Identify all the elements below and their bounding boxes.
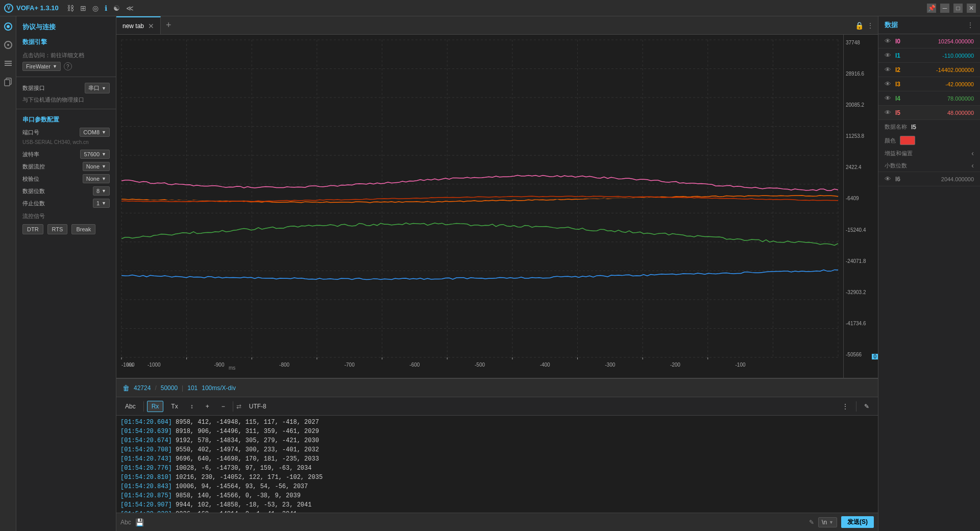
decimal-row: 小数位数 ‹ [878, 159, 980, 172]
trash-icon[interactable]: 🗑 [122, 384, 130, 392]
baud-select[interactable]: 57600 ▼ [80, 150, 110, 159]
color-label: 颜色 [885, 137, 896, 144]
data-icon[interactable] [2, 39, 14, 51]
data-name-label: 数据名称 [885, 123, 907, 131]
clear-button[interactable]: ✎ [860, 401, 874, 412]
channel-i2-eye[interactable]: 👁 [885, 66, 891, 74]
newline-label: \n [822, 519, 827, 526]
channel-i4-value: 78.000000 [947, 95, 974, 102]
channel-i5-eye[interactable]: 👁 [885, 109, 891, 116]
connect-icon[interactable] [2, 20, 14, 33]
svg-point-3 [7, 44, 9, 46]
serial-line: [01:54:20.639] 8918, 906, -14496, 311, 3… [120, 427, 874, 436]
target-icon[interactable]: ◎ [92, 4, 99, 12]
dtr-button[interactable]: DTR [22, 224, 43, 234]
protocol-label: FireWater [26, 63, 51, 69]
protocol-select[interactable]: FireWater ▼ [22, 62, 61, 71]
help-button[interactable]: ? [64, 62, 72, 70]
decimal-collapse-button[interactable]: ‹ [971, 161, 974, 170]
y-label: -50566 [846, 352, 876, 357]
parity-select[interactable]: None ▼ [83, 174, 110, 183]
abc-button[interactable]: Abc [120, 401, 140, 412]
info-icon[interactable]: ℹ [105, 4, 107, 12]
grid-icon[interactable]: ⊞ [80, 4, 86, 12]
y-label: 37748 [846, 40, 876, 45]
channel-i1-name: I1 [895, 52, 900, 59]
channel-i0-name: I0 [895, 38, 900, 45]
add-button[interactable]: + [201, 401, 214, 412]
serial-footer: Abc 💾 ✎ \n ▼ 发送(S) [116, 513, 878, 531]
pin-button[interactable]: 📌 [927, 4, 936, 13]
baud-value-group: 57600 ▼ [80, 150, 110, 159]
channel-i5-name: I5 [895, 109, 900, 116]
tab-close-button[interactable]: ✕ [148, 22, 154, 30]
tab-actions: 🔒 ⋮ [855, 21, 878, 30]
serial-line: [01:54:20.810] 10216, 230, -14052, 122, … [120, 473, 874, 482]
close-button[interactable]: ✕ [967, 4, 976, 13]
channel-i0-eye[interactable]: 👁 [885, 37, 891, 45]
port-select[interactable]: COM8 ▼ [80, 128, 110, 137]
logo-circle: V [4, 4, 13, 13]
rx-button[interactable]: Rx [147, 401, 164, 412]
rts-button[interactable]: RTS [47, 224, 68, 234]
stop-bits-row: 停止位数 1 ▼ [16, 197, 116, 209]
channel-i3-eye[interactable]: 👁 [885, 80, 891, 88]
interface-select[interactable]: 串口 ▼ [85, 83, 110, 93]
chart-canvas[interactable] [116, 35, 843, 378]
channel-i4-eye[interactable]: 👁 [885, 94, 891, 102]
serial-line: [01:54:20.708] 9550, 402, -14974, 300, 2… [120, 445, 874, 454]
content-area: new tab ✕ + 🔒 ⋮ V ms 3774828916.620085.2… [116, 16, 878, 531]
channel-i3-item: 👁 I3 -42.000000 [878, 77, 980, 91]
parity-label: 校验位 [22, 175, 39, 183]
format-button[interactable]: ↕ [186, 401, 198, 412]
fingerprint-icon[interactable]: ☯ [113, 4, 120, 12]
stop-bits-select[interactable]: 1 ▼ [93, 199, 110, 208]
tab-menu-icon[interactable]: ⋮ [867, 21, 874, 30]
y-label: 20085.2 [846, 102, 876, 108]
more-button[interactable]: ⋮ [838, 401, 853, 412]
minimize-button[interactable]: ─ [940, 4, 949, 13]
port-row: 端口号 COM8 ▼ [16, 126, 116, 138]
interface-desc: 与下位机通信的物理接口 [16, 95, 116, 105]
menu-icon[interactable]: ≪ [126, 4, 134, 12]
minus-button[interactable]: − [217, 401, 230, 412]
encoding-select: \n ▼ [818, 517, 837, 527]
lock-icon[interactable]: 🔒 [855, 21, 864, 30]
encoding-button[interactable]: UTF-8 [244, 401, 271, 412]
interface-value-group: 串口 ▼ [85, 83, 110, 93]
serial-rate: 101 [187, 384, 198, 392]
serial-count: 42724 [134, 384, 151, 392]
send-button[interactable]: 发送(S) [841, 516, 874, 528]
svg-rect-6 [5, 65, 12, 66]
tx-button[interactable]: Tx [166, 401, 182, 412]
active-tab[interactable]: new tab ✕ [116, 16, 161, 34]
channel-i6-value: 2044.000000 [941, 176, 974, 182]
abc-footer-label: Abc [120, 519, 131, 526]
save-icon[interactable]: 💾 [135, 518, 144, 526]
newline-icon: ✎ [809, 519, 814, 526]
window-controls: 📌 ─ □ ✕ [927, 4, 976, 13]
color-swatch[interactable] [900, 136, 915, 145]
link-icon[interactable]: ⛓ [67, 4, 74, 12]
flow-select[interactable]: None ▼ [83, 162, 110, 171]
channel-i1-eye[interactable]: 👁 [885, 52, 891, 59]
channel-i3-name: I3 [895, 81, 900, 88]
channel-i4-name: I4 [895, 95, 900, 102]
maximize-button[interactable]: □ [953, 4, 963, 13]
gain-collapse-button[interactable]: ‹ [971, 149, 974, 157]
data-bits-select[interactable]: 8 ▼ [93, 186, 110, 196]
copy-icon[interactable] [2, 76, 14, 88]
svg-rect-4 [5, 61, 12, 62]
flow-signal-label: 流控信号 [16, 209, 116, 221]
baud-label: 波特率 [22, 151, 39, 158]
break-button[interactable]: Break [71, 224, 95, 234]
right-panel-more[interactable]: ⋮ [967, 21, 974, 29]
channel-i1-item: 👁 I1 -110.000000 [878, 49, 980, 63]
port-value-group: COM8 ▼ [80, 128, 110, 137]
data-engine-hint: 点击访问：前往详细文档 [16, 51, 116, 60]
protocol-row: FireWater ▼ ? [16, 60, 116, 73]
serial-content[interactable]: [01:54:20.604] 8958, 412, -14948, 115, 1… [116, 416, 878, 513]
layers-icon[interactable] [2, 57, 14, 69]
add-tab-button[interactable]: + [161, 20, 177, 31]
channel-i6-eye[interactable]: 👁 [885, 175, 891, 183]
